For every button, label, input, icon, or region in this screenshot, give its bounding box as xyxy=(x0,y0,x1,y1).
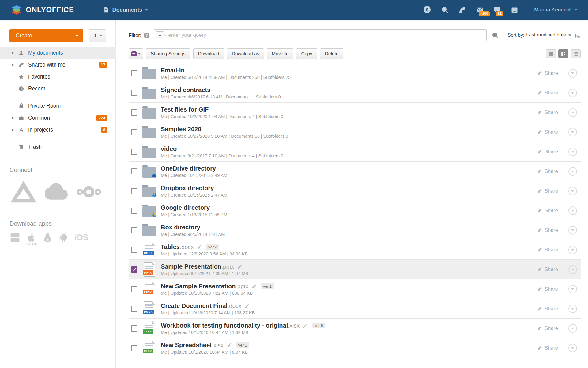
pencil-icon[interactable] xyxy=(227,343,232,348)
tiles-view-button[interactable] xyxy=(546,49,556,58)
sidebar-item-recent[interactable]: Recent xyxy=(0,83,116,95)
share-button[interactable]: Share xyxy=(537,149,558,155)
share-button[interactable]: Share xyxy=(537,247,558,253)
toolbar-sharing-settings-button[interactable]: Sharing Settings xyxy=(146,48,190,59)
search-button[interactable] xyxy=(441,6,448,13)
search-icon[interactable] xyxy=(492,32,499,39)
filter-input[interactable] xyxy=(165,32,486,38)
row-checkbox[interactable] xyxy=(131,109,137,116)
expander-arrow-icon[interactable] xyxy=(12,117,17,120)
share-button[interactable]: Share xyxy=(537,90,558,96)
toolbar-delete-button[interactable]: Delete xyxy=(320,48,344,59)
row-checkbox[interactable] xyxy=(131,208,137,214)
sidebar-item-trash[interactable]: Trash xyxy=(0,141,116,153)
row-menu-button[interactable] xyxy=(568,167,577,176)
create-button[interactable]: Create xyxy=(9,29,83,42)
file-row[interactable]: Signed contractsMe | Created 4/6/2017 6:… xyxy=(129,83,581,103)
list-view-button[interactable] xyxy=(571,49,581,58)
row-menu-button[interactable] xyxy=(568,285,577,293)
user-menu[interactable]: Marina Kendrick xyxy=(534,7,578,13)
row-menu-button[interactable] xyxy=(568,69,577,78)
file-name[interactable]: Google directory xyxy=(161,204,210,212)
compact-view-button[interactable] xyxy=(558,49,568,58)
sidebar-item-in-projects[interactable]: In projects8 xyxy=(0,124,116,136)
add-filter-button[interactable]: + xyxy=(156,31,165,39)
share-button[interactable]: Share xyxy=(537,70,558,76)
app-apple-button[interactable]: macOS xyxy=(25,232,37,246)
row-checkbox[interactable] xyxy=(131,286,137,292)
share-button[interactable]: Share xyxy=(537,306,558,312)
file-row[interactable]: videoMe | Created 9/21/2017 7:10 AM | Do… xyxy=(129,142,581,162)
row-menu-button[interactable] xyxy=(568,187,577,195)
calendar-button[interactable] xyxy=(511,6,518,13)
toolbar-download-button[interactable]: Download xyxy=(193,48,224,59)
file-row[interactable]: DOCXTables.docxver.2Me | Updated 12/8/20… xyxy=(129,240,581,260)
row-menu-button[interactable] xyxy=(568,226,577,235)
dollar-button[interactable]: $ xyxy=(424,6,431,13)
row-menu-button[interactable] xyxy=(568,108,577,117)
connect-nextcloud-button[interactable] xyxy=(75,178,103,206)
share-button[interactable]: Share xyxy=(537,266,558,272)
version-badge[interactable]: ver.1 xyxy=(261,283,274,289)
file-name[interactable]: Workbook for testing functionality - ori… xyxy=(161,322,288,329)
row-menu-button[interactable] xyxy=(568,128,577,136)
file-name[interactable]: Box directory xyxy=(161,224,200,231)
file-name[interactable]: Dropbox directory xyxy=(161,184,214,192)
file-row[interactable]: Google directoryMe | Created 1/13/2015 1… xyxy=(129,201,581,220)
version-badge[interactable]: ver.2 xyxy=(206,244,219,250)
share-button[interactable]: Share xyxy=(537,168,558,174)
row-checkbox[interactable] xyxy=(131,325,137,332)
feed-button[interactable] xyxy=(458,6,466,13)
pencil-icon[interactable] xyxy=(245,304,250,309)
file-name[interactable]: Signed contracts xyxy=(161,86,210,94)
more-services-button[interactable]: ... xyxy=(107,190,115,194)
file-row[interactable]: DOCXCreate Document Final.docxMe | Uploa… xyxy=(129,299,581,319)
row-checkbox[interactable] xyxy=(131,345,137,351)
file-row[interactable]: OneDrive directoryMe | Created 10/15/201… xyxy=(129,162,581,181)
file-name[interactable]: Sample Presentation xyxy=(161,263,221,270)
sidebar-item-common[interactable]: Common224 xyxy=(0,112,116,124)
app-windows-button[interactable] xyxy=(9,232,20,243)
brand[interactable]: ONLYOFFICE xyxy=(11,5,74,15)
pencil-icon[interactable] xyxy=(237,264,242,269)
file-name[interactable]: New Sample Presentation xyxy=(161,282,236,290)
row-checkbox[interactable] xyxy=(131,149,137,155)
row-checkbox[interactable] xyxy=(131,247,137,253)
share-button[interactable]: Share xyxy=(537,188,558,194)
row-checkbox[interactable] xyxy=(131,266,137,273)
sidebar-item-shared-with-me[interactable]: Shared with me17 xyxy=(0,59,116,71)
version-badge[interactable]: ver.1 xyxy=(236,342,249,348)
app-android-button[interactable] xyxy=(58,232,69,243)
file-row[interactable]: Box directoryMe | Created 9/25/2014 1:31… xyxy=(129,220,581,240)
upload-button[interactable] xyxy=(89,29,106,42)
row-menu-button[interactable] xyxy=(568,246,577,254)
row-menu-button[interactable] xyxy=(568,148,577,156)
file-name[interactable]: Samples 2020 xyxy=(161,125,201,133)
toolbar-move-to-button[interactable]: Move to xyxy=(267,48,293,59)
row-checkbox[interactable] xyxy=(131,188,137,194)
sidebar-item-my-documents[interactable]: My documents xyxy=(0,47,116,59)
share-button[interactable]: Share xyxy=(537,325,558,331)
app-linux-button[interactable] xyxy=(42,232,53,243)
row-menu-button[interactable] xyxy=(568,89,577,97)
row-checkbox[interactable] xyxy=(131,129,137,135)
file-row[interactable]: Test files for GIFMe | Created 10/2/2020… xyxy=(129,103,581,122)
help-icon[interactable]: ? xyxy=(144,33,149,38)
file-name[interactable]: video xyxy=(161,145,177,153)
share-button[interactable]: Share xyxy=(537,227,558,233)
share-button[interactable]: Share xyxy=(537,208,558,213)
pencil-icon[interactable] xyxy=(197,245,202,250)
sidebar-item-favorites[interactable]: Favorites xyxy=(0,71,116,83)
chat-button[interactable]: 91 xyxy=(493,6,501,13)
sidebar-item-private-room[interactable]: Private Room xyxy=(0,100,116,112)
row-checkbox[interactable] xyxy=(131,90,137,96)
row-menu-button[interactable] xyxy=(568,206,577,215)
mail-button[interactable]: >100 xyxy=(476,6,483,13)
share-button[interactable]: Share xyxy=(537,129,558,135)
file-row[interactable]: Email-InMe | Created 5/12/2014 4:58 AM |… xyxy=(129,63,581,83)
file-row[interactable]: XLSXWorkbook for testing functionality -… xyxy=(129,319,581,338)
row-menu-button[interactable] xyxy=(568,265,577,274)
sort-order-icon[interactable] xyxy=(575,32,581,38)
file-name[interactable]: OneDrive directory xyxy=(161,165,216,172)
select-all-button[interactable] xyxy=(129,48,143,59)
